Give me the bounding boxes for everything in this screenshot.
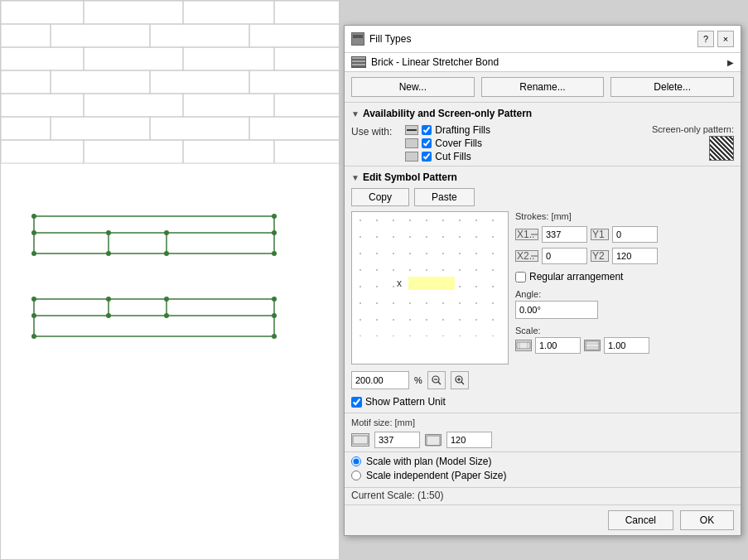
x1-input[interactable]: 337: [542, 226, 587, 243]
cover-fills-checkbox[interactable]: [422, 138, 432, 148]
angle-input[interactable]: 0.00°: [515, 301, 598, 319]
svg-rect-4: [1, 24, 51, 47]
svg-rect-84: [427, 436, 440, 446]
delete-button[interactable]: Delete...: [610, 77, 734, 97]
help-button[interactable]: ?: [697, 31, 714, 47]
scale-x-input[interactable]: 1.00: [535, 337, 581, 354]
availability-title: Availability and Screen-only Pattern: [363, 108, 532, 119]
svg-rect-62: [408, 277, 455, 290]
pattern-grid[interactable]: x: [351, 211, 509, 364]
motif-size-label: Motif size: [mm]: [351, 418, 415, 427]
svg-point-46: [31, 297, 36, 302]
angle-label: Angle:: [515, 289, 734, 299]
svg-rect-7: [249, 24, 340, 47]
title-bar: Fill Types ? ×: [345, 26, 741, 53]
cover-fills-row: Cover Fills: [405, 138, 490, 149]
screen-pattern-area: Screen-only pattern:: [652, 124, 734, 161]
svg-rect-0: [1, 1, 84, 24]
svg-rect-13: [51, 70, 150, 94]
scale-y-input[interactable]: 1.00: [604, 337, 649, 354]
zoom-input[interactable]: [351, 371, 409, 389]
scale-label: Scale:: [515, 326, 734, 336]
svg-rect-56: [353, 35, 363, 38]
svg-line-70: [461, 382, 464, 384]
svg-point-43: [164, 230, 169, 235]
availability-toggle-icon[interactable]: ▼: [351, 109, 360, 118]
y2-input[interactable]: 120: [612, 248, 658, 264]
show-pattern-checkbox[interactable]: [351, 397, 362, 408]
svg-rect-80: [586, 341, 599, 350]
svg-rect-15: [249, 70, 340, 94]
drafting-fills-checkbox[interactable]: [422, 125, 432, 135]
close-button[interactable]: ×: [717, 31, 734, 47]
availability-header: ▼ Availability and Screen-only Pattern: [351, 108, 734, 119]
svg-point-40: [31, 230, 36, 235]
ok-button[interactable]: OK: [680, 510, 734, 530]
svg-rect-57: [353, 39, 363, 41]
x1-icon: X1..: [515, 229, 538, 240]
zoom-row: %: [351, 371, 509, 389]
svg-rect-2: [183, 1, 274, 24]
angle-section: Angle: 0.00°: [515, 289, 734, 319]
copy-button[interactable]: Copy: [351, 188, 409, 206]
svg-text:Y2: Y2: [592, 251, 605, 261]
scale-with-plan-row: Scale with plan (Model Size): [351, 456, 734, 467]
x1-y1-row: X1.. 337 Y1 0: [515, 226, 734, 243]
scale-row: 1.00 1.00: [515, 337, 734, 354]
green-shapes: [1, 208, 340, 456]
drafting-fills-row: Drafting Fills: [405, 124, 490, 136]
motif-row: 337 120: [351, 432, 734, 448]
dropdown-content: Brick - Linear Stretcher Bond: [351, 56, 499, 68]
regular-arrangement-checkbox[interactable]: [515, 272, 526, 282]
svg-point-51: [272, 313, 277, 318]
dialog-icon: [351, 32, 364, 46]
fill-type-icon: [351, 56, 366, 68]
rename-button[interactable]: Rename...: [481, 77, 605, 97]
regular-arrangement-row: Regular arrangement: [515, 271, 734, 282]
fill-type-dropdown-row[interactable]: Brick - Linear Stretcher Bond ▶: [345, 53, 741, 72]
svg-rect-3: [274, 1, 340, 24]
copy-paste-row: Copy Paste: [351, 188, 734, 206]
svg-rect-14: [150, 70, 249, 94]
svg-rect-26: [183, 140, 274, 163]
svg-point-48: [31, 334, 36, 339]
zoom-out-button[interactable]: [427, 371, 446, 389]
svg-rect-6: [150, 24, 249, 47]
svg-point-52: [106, 297, 111, 302]
y1-input[interactable]: 0: [612, 226, 658, 243]
paste-button[interactable]: Paste: [414, 188, 475, 206]
title-bar-left: Fill Types: [351, 32, 411, 46]
show-pattern-row: Show Pattern Unit: [351, 396, 509, 408]
fill-types-dialog: Fill Types ? × Brick - Linear Stretcher …: [344, 25, 741, 536]
svg-rect-18: [183, 94, 274, 117]
new-button[interactable]: New...: [351, 77, 475, 97]
scale-with-plan-radio[interactable]: [351, 456, 361, 466]
svg-rect-10: [183, 47, 274, 70]
svg-rect-16: [1, 94, 84, 117]
footer: Cancel OK: [345, 505, 741, 535]
zoom-in-button[interactable]: [451, 371, 469, 389]
svg-rect-24: [1, 140, 84, 163]
svg-rect-27: [274, 140, 340, 163]
motif-height-input[interactable]: 120: [446, 432, 492, 448]
strokes-label: Strokes: [mm]: [515, 211, 734, 221]
controls-panel: Strokes: [mm] X1.. 337 Y1: [515, 211, 734, 408]
dropdown-arrow-icon[interactable]: ▶: [727, 58, 734, 67]
availability-content: Use with: Drafting Fills Cover Fills: [351, 124, 734, 162]
svg-rect-58: [353, 41, 363, 43]
svg-rect-9: [84, 47, 183, 70]
svg-point-50: [31, 313, 36, 318]
fill-checkboxes: Drafting Fills Cover Fills Cut Fills: [405, 124, 490, 162]
show-pattern-label: Show Pattern Unit: [365, 396, 446, 408]
svg-rect-8: [1, 47, 84, 70]
svg-point-42: [106, 230, 111, 235]
symbol-toggle-icon[interactable]: ▼: [351, 173, 360, 182]
edit-symbol-section: ▼ Edit Symbol Pattern Copy Paste: [345, 167, 741, 413]
zoom-percent-label: %: [414, 375, 422, 385]
scale-independent-radio[interactable]: [351, 471, 361, 480]
x2-input[interactable]: 0: [542, 248, 587, 264]
y2-icon: Y2: [591, 250, 609, 262]
motif-width-input[interactable]: 337: [374, 432, 420, 448]
cut-fills-checkbox[interactable]: [422, 152, 432, 162]
cancel-button[interactable]: Cancel: [608, 510, 673, 530]
